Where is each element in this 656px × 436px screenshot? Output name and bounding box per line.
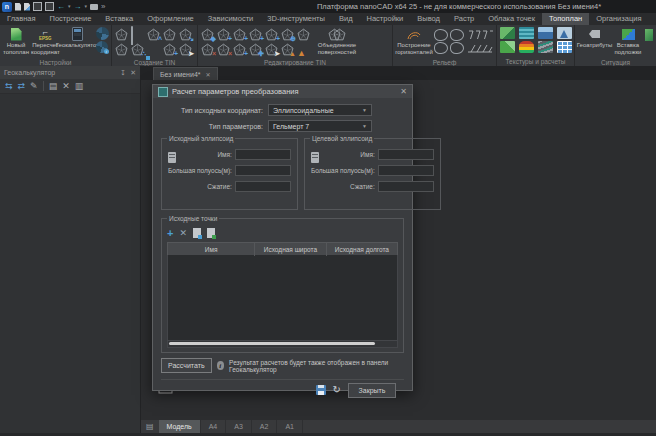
save-parameters-icon[interactable] (316, 385, 326, 395)
points-table-body[interactable] (167, 255, 398, 341)
tin-file-icon[interactable] (147, 42, 161, 56)
tin-import-icon[interactable]: ˄ (147, 27, 161, 41)
tab-oblaka-tochek[interactable]: Облака точек (481, 13, 542, 25)
terrain-model-icon[interactable] (434, 29, 448, 41)
reset-icon[interactable]: ↻ (333, 385, 341, 395)
batch-convert-icon[interactable]: ⇄ (18, 81, 26, 91)
insert-underlay-button[interactable]: Вставка подложки (613, 27, 643, 56)
redo-dropdown-icon[interactable]: ▾ (85, 4, 88, 9)
tin-edit-icon[interactable]: ⊕ (281, 27, 295, 41)
tin-from-cloud-icon[interactable] (131, 27, 145, 41)
export-points-icon[interactable] (207, 228, 215, 238)
pin-icon[interactable]: ↧ (120, 69, 126, 77)
build-contours-button[interactable]: Построение горизонталей (396, 27, 432, 56)
tab-nastroyki[interactable]: Настройки (360, 13, 411, 25)
source-name-input[interactable] (235, 149, 291, 160)
ellipsoid-library-icon[interactable] (168, 152, 176, 163)
tin-delete-point-icon[interactable]: × (201, 42, 215, 56)
tin-edit-icon[interactable]: + (265, 27, 279, 41)
nanocad-logo[interactable]: n (2, 2, 12, 12)
target-flattening-input[interactable] (378, 181, 434, 192)
coordinate-sphere-icon[interactable] (96, 27, 109, 40)
target-name-input[interactable] (378, 149, 434, 160)
dialog-titlebar[interactable]: Расчет параметров преобразования ✕ (153, 85, 412, 98)
edit-icon[interactable]: ✎ (30, 81, 38, 91)
tab-vstavka[interactable]: Вставка (98, 13, 140, 25)
geocalculator-button[interactable]: Геокалькулятор (62, 27, 94, 49)
tin-icon[interactable]: ↘ (179, 27, 193, 41)
close-button[interactable]: Закрыть (348, 383, 396, 398)
document-tab[interactable]: Без имени4* ✕ (153, 67, 218, 80)
terrain-model-icon[interactable] (450, 29, 464, 41)
redo-icon[interactable]: → (74, 3, 82, 11)
sheet-icon[interactable]: ▤ (43, 81, 58, 91)
sheet-list-icon[interactable]: ▤ (141, 422, 159, 431)
calculate-button[interactable]: Рассчитать (161, 358, 212, 373)
tin-edit-icon[interactable] (297, 27, 311, 41)
texture-map2-icon[interactable] (500, 41, 515, 53)
merge-surfaces-button[interactable]: Объединение поверхностей (314, 27, 360, 56)
column-source-latitude[interactable]: Исходная широта (255, 243, 326, 256)
undo-icon[interactable]: ← (57, 3, 65, 11)
layout-tab-a3[interactable]: A3 (226, 420, 252, 433)
layout-tab-a1[interactable]: A1 (277, 420, 303, 433)
source-flattening-input[interactable] (235, 181, 291, 192)
tin-edit-icon[interactable]: ◆ (201, 27, 215, 41)
tin-icon[interactable]: + (163, 42, 177, 56)
close-document-icon[interactable]: ✕ (206, 71, 211, 78)
tin-icon[interactable]: ➤ (179, 42, 193, 56)
coord-type-select[interactable]: Эллипсоидальные ▼ (268, 104, 372, 116)
stakes-icon[interactable] (467, 29, 493, 41)
texture-map-icon[interactable] (500, 27, 515, 39)
water-surface-icon[interactable] (519, 27, 534, 39)
panel-titlebar[interactable]: Геокалькулятор ↧ ✕ (0, 66, 140, 79)
tin-points-icon[interactable]: ∴ (131, 42, 145, 56)
tab-zavisimosti[interactable]: Зависимости (201, 13, 261, 25)
tin-add-edge-icon[interactable]: + (233, 27, 247, 41)
tab-postroenie[interactable]: Построение (43, 13, 99, 25)
ellipsoid-library-icon[interactable] (311, 152, 319, 163)
more-commands-icon[interactable]: » (101, 2, 105, 11)
tab-vid[interactable]: Вид (332, 13, 360, 25)
library-icon[interactable]: ▥ (75, 81, 84, 91)
column-source-longitude[interactable]: Исходная долгота (327, 243, 397, 256)
target-semi-major-input[interactable] (378, 165, 434, 176)
terrain-model-icon[interactable] (434, 42, 448, 54)
section-view-icon[interactable] (538, 27, 553, 39)
height-colormap-icon[interactable] (519, 41, 534, 53)
import-points-icon[interactable] (193, 228, 201, 238)
tin-slope2-icon[interactable]: ▲ (297, 42, 311, 56)
tab-rastr[interactable]: Растр (447, 13, 481, 25)
terrain-model-icon[interactable] (450, 42, 464, 54)
source-semi-major-input[interactable] (235, 165, 291, 176)
tin-edit-icon[interactable]: + (233, 42, 247, 56)
tin-delete-edge-icon[interactable]: × (217, 42, 231, 56)
tab-vyvod[interactable]: Вывод (410, 13, 447, 25)
tab-topoplan[interactable]: Топоплан (542, 13, 589, 25)
close-panel-icon[interactable]: ✕ (130, 69, 136, 77)
close-dialog-icon[interactable]: ✕ (400, 87, 407, 96)
tab-oformlenie[interactable]: Оформление (140, 13, 201, 25)
tin-add-face-icon[interactable]: + (249, 27, 263, 41)
layout-tab-a2[interactable]: A2 (252, 420, 278, 433)
tin-edit-icon[interactable]: ➤ (265, 42, 279, 56)
save-document-icon[interactable] (33, 2, 42, 11)
create-tin-icon[interactable] (115, 27, 129, 41)
column-name[interactable]: Имя (168, 243, 255, 256)
tab-glavnaya[interactable]: Главная (0, 13, 43, 25)
add-point-icon[interactable]: + (167, 228, 173, 238)
delete-icon[interactable]: ✕ (62, 81, 70, 91)
open-document-icon[interactable] (24, 3, 30, 11)
undo-dropdown-icon[interactable]: ▾ (68, 4, 71, 9)
fence-icon[interactable] (467, 43, 493, 54)
new-topoplan-button[interactable]: Новый топоплан (3, 27, 29, 56)
tin-icon[interactable] (163, 27, 177, 41)
param-type-select[interactable]: Гельмерт 7 ▼ (268, 120, 372, 132)
transform-coordinates-icon[interactable]: ⇆ (5, 81, 13, 91)
tab-organizatsiya[interactable]: Организация (589, 13, 648, 25)
horizontal-scrollbar[interactable] (167, 341, 398, 348)
tin-edit-icon[interactable]: ✚ (249, 42, 263, 56)
save-all-icon[interactable] (45, 2, 54, 11)
report-table-icon[interactable] (557, 41, 572, 53)
print-icon[interactable] (90, 4, 98, 10)
